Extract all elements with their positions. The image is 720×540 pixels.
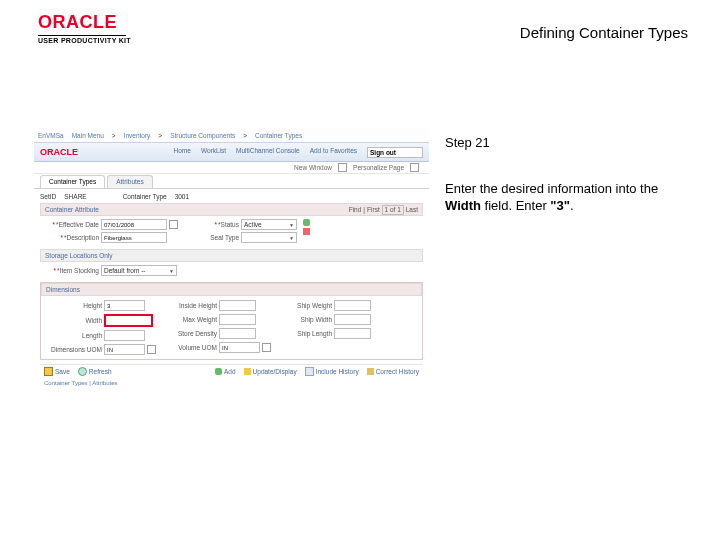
max-weight-label: Max Weight <box>162 316 217 323</box>
item-stocking-value: Default from -- <box>104 267 146 274</box>
save-button[interactable]: Save <box>44 367 70 376</box>
item-stocking-select[interactable]: Default from --▼ <box>101 265 177 276</box>
link-new-window[interactable]: New Window <box>294 162 332 173</box>
length-input[interactable] <box>104 330 145 341</box>
nav-links: Home WorkList MultiChannel Console Add t… <box>174 147 423 158</box>
calendar-icon[interactable] <box>169 220 178 229</box>
length-label: Length <box>47 332 102 339</box>
mini-oracle-logo: ORACLE <box>40 147 78 157</box>
save-icon <box>44 367 53 376</box>
nav-mcc[interactable]: MultiChannel Console <box>236 147 300 158</box>
status-select-value: Active <box>244 221 262 228</box>
instr-seg1: Enter the desired information into the <box>445 181 658 196</box>
refresh-label: Refresh <box>89 368 112 375</box>
page-title: Defining Container Types <box>520 24 688 41</box>
dimuom-input[interactable]: IN <box>104 344 145 355</box>
storage-loc-header: Storage Locations Only <box>40 249 423 262</box>
correct-history-label: Correct History <box>376 368 419 375</box>
status-select[interactable]: Active▼ <box>241 219 297 230</box>
lookup-icon[interactable] <box>262 343 271 352</box>
ship-weight-input[interactable] <box>334 300 371 311</box>
tab-container-types[interactable]: Container Types <box>40 175 105 188</box>
bc-inventory[interactable]: Inventory <box>124 132 151 139</box>
section-pager: Find | First 1 of 1 Last <box>349 204 418 215</box>
http-icon[interactable] <box>410 163 419 172</box>
nav-fav[interactable]: Add to Favorites <box>310 147 357 158</box>
include-history-label: Include History <box>316 368 359 375</box>
row-add-icon[interactable] <box>303 219 310 226</box>
refresh-icon <box>78 367 87 376</box>
brand-block: ORACLE USER PRODUCTIVITY KIT <box>38 12 131 44</box>
row-delete-icon[interactable] <box>303 228 310 235</box>
chevron-down-icon: ▼ <box>169 268 174 274</box>
bc-root[interactable]: EnVMSa <box>38 132 64 139</box>
seal-select[interactable]: ▼ <box>241 232 297 243</box>
container-type-label: Container Type <box>123 193 167 200</box>
inside-height-input[interactable] <box>219 300 256 311</box>
effdate-label: *Effective Date <box>44 221 99 228</box>
bc-main[interactable]: Main Menu <box>72 132 104 139</box>
width-label: Width <box>47 317 102 324</box>
brand-subtitle: USER PRODUCTIVITY KIT <box>38 37 131 44</box>
tab-attributes[interactable]: Attributes <box>107 175 152 188</box>
lookup-icon[interactable] <box>147 345 156 354</box>
container-attr-section: Container Attribute Find | First 1 of 1 … <box>40 203 423 246</box>
sub-nav: New Window Personalize Page <box>34 162 429 174</box>
height-input[interactable]: 3 <box>104 300 145 311</box>
container-type-value: 3001 <box>175 193 189 200</box>
instr-bold-field: Width <box>445 198 481 213</box>
bc-structure[interactable]: Structure Components <box>170 132 235 139</box>
desc-label: *Description <box>44 234 99 241</box>
dimuom-label: Dimensions UOM <box>47 346 102 353</box>
personalize-icon[interactable] <box>338 163 347 172</box>
inside-height-label: Inside Height <box>162 302 217 309</box>
update-display-button[interactable]: Update/Display <box>244 368 297 375</box>
ship-length-label: Ship Length <box>277 330 332 337</box>
add-label: Add <box>224 368 236 375</box>
include-history-button[interactable]: Include History <box>305 367 359 376</box>
height-label: Height <box>47 302 102 309</box>
header-row: SetID SHARE Container Type 3001 <box>40 193 423 200</box>
correct-icon <box>367 368 374 375</box>
brand-oracle: ORACLE <box>38 12 131 33</box>
instruction-panel: Step 21 Enter the desired information in… <box>445 134 690 215</box>
button-bar: Save Refresh Add Update/Display Include … <box>40 364 423 378</box>
attr-grid: *Effective Date07/01/2008 *DescriptionFi… <box>40 216 423 246</box>
container-attr-header: Container Attribute Find | First 1 of 1 … <box>40 203 423 216</box>
add-button[interactable]: Add <box>215 368 236 375</box>
footer-links[interactable]: Container Types | Attributes <box>40 378 423 388</box>
nav-worklist[interactable]: WorkList <box>201 147 226 158</box>
pager-first[interactable]: First <box>367 204 380 215</box>
store-density-label: Store Density <box>162 330 217 337</box>
ship-length-input[interactable] <box>334 328 371 339</box>
ship-width-input[interactable] <box>334 314 371 325</box>
width-highlight <box>104 314 153 327</box>
chevron-down-icon: ▼ <box>289 235 294 241</box>
ship-weight-label: Ship Weight <box>277 302 332 309</box>
nav-home[interactable]: Home <box>174 147 191 158</box>
history-icon <box>305 367 314 376</box>
nav-signout[interactable]: Sign out <box>367 147 423 158</box>
add-icon <box>215 368 222 375</box>
effdate-input[interactable]: 07/01/2008 <box>101 219 167 230</box>
link-personalize[interactable]: Personalize Page <box>353 162 404 173</box>
setid-label: SetID <box>40 193 56 200</box>
pager-index: 1 of 1 <box>382 205 404 215</box>
instruction-text: Enter the desired information into the W… <box>445 180 690 215</box>
ship-width-label: Ship Width <box>277 316 332 323</box>
breadcrumb: EnVMSa Main Menu> Inventory> Structure C… <box>34 128 429 143</box>
app-bar: ORACLE Home WorkList MultiChannel Consol… <box>34 143 429 162</box>
max-weight-input[interactable] <box>219 314 256 325</box>
voluom-input[interactable]: IN <box>219 342 260 353</box>
pager-last[interactable]: Last <box>406 204 418 215</box>
correct-history-button[interactable]: Correct History <box>367 368 419 375</box>
desc-input[interactable]: Fiberglass <box>101 232 167 243</box>
app-screenshot: EnVMSa Main Menu> Inventory> Structure C… <box>34 128 429 328</box>
pager-find[interactable]: Find <box>349 204 362 215</box>
refresh-button[interactable]: Refresh <box>78 367 112 376</box>
step-label: Step 21 <box>445 134 690 152</box>
store-density-input[interactable] <box>219 328 256 339</box>
width-input[interactable] <box>106 316 151 323</box>
form-pane: SetID SHARE Container Type 3001 Containe… <box>34 189 429 394</box>
bc-container-types[interactable]: Container Types <box>255 132 302 139</box>
